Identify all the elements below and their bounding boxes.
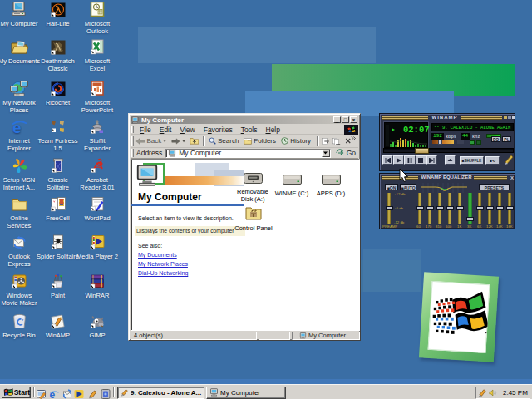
svg-text:e: e [50, 389, 56, 399]
